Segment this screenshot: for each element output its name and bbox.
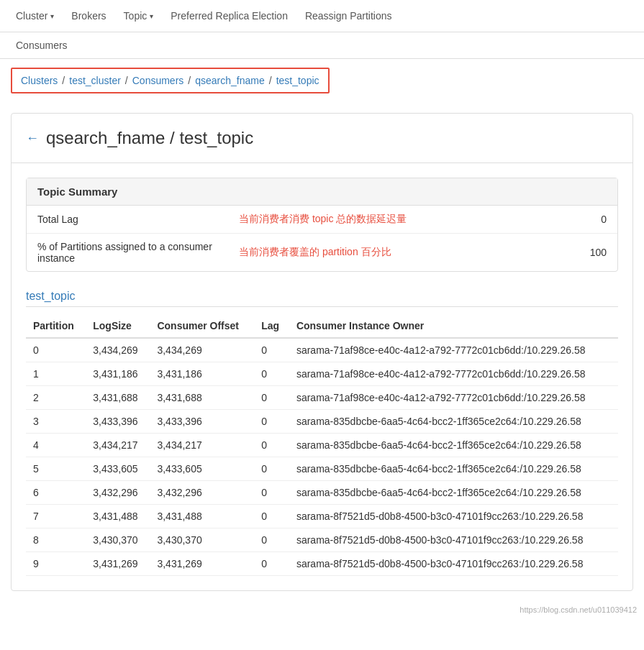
breadcrumb-qsearch-fname[interactable]: qsearch_fname [195,75,265,86]
breadcrumb-container: Clusters / test_cluster / Consumers / qs… [0,59,644,102]
cell-logsize: 3,431,488 [86,505,150,528]
breadcrumb-test-cluster[interactable]: test_cluster [69,75,121,86]
breadcrumb-clusters[interactable]: Clusters [21,75,58,86]
cluster-dropdown-arrow: ▾ [50,12,54,20]
breadcrumb: Clusters / test_cluster / Consumers / qs… [11,68,330,93]
table-row: 0 3,434,269 3,434,269 0 sarama-71af98ce-… [26,338,618,362]
nav-topic[interactable]: Topic ▾ [115,0,163,32]
cell-consumer-offset: 3,431,186 [150,362,254,386]
cell-lag: 0 [254,528,289,552]
table-row: 1 3,431,186 3,431,186 0 sarama-71af98ce-… [26,362,618,386]
col-header-lag: Lag [254,314,289,338]
nav-consumers[interactable]: Consumers [7,32,637,58]
cell-logsize: 3,431,269 [86,552,150,576]
topic-table-section: test_topic Partition LogSize Consumer Of… [26,286,618,576]
cell-lag: 0 [254,505,289,528]
nav-brokers[interactable]: Brokers [63,0,114,32]
cell-lag: 0 [254,434,289,457]
table-row: 4 3,434,217 3,434,217 0 sarama-835dbcbe-… [26,434,618,457]
cell-partition: 7 [26,505,86,528]
nav-preferred-replica-election[interactable]: Preferred Replica Election [162,0,296,32]
col-header-logsize: LogSize [86,314,150,338]
topic-name-header[interactable]: test_topic [26,286,618,307]
summary-value-total-lag: 0 [563,214,607,225]
cell-consumer-offset: 3,431,488 [150,505,254,528]
col-header-consumer-offset: Consumer Offset [150,314,254,338]
cell-owner: sarama-835dbcbe-6aa5-4c64-bcc2-1ff365ce2… [289,410,618,434]
nav-bar: Cluster ▾ Brokers Topic ▾ Preferred Repl… [0,0,644,32]
table-body: 0 3,434,269 3,434,269 0 sarama-71af98ce-… [26,338,618,576]
cell-logsize: 3,433,605 [86,457,150,481]
watermark: https://blog.csdn.net/u011039412 [0,602,644,618]
cell-logsize: 3,434,217 [86,434,150,457]
breadcrumb-test-topic[interactable]: test_topic [276,75,319,86]
summary-label-total-lag: Total Lag [37,214,239,225]
cell-owner: sarama-835dbcbe-6aa5-4c64-bcc2-1ff365ce2… [289,434,618,457]
table-row: 8 3,430,370 3,430,370 0 sarama-8f7521d5-… [26,528,618,552]
cell-owner: sarama-71af98ce-e40c-4a12-a792-7772c01cb… [289,362,618,386]
summary-row-partitions: % of Partitions assigned to a consumer i… [27,234,617,271]
cell-owner: sarama-8f7521d5-d0b8-4500-b3c0-47101f9cc… [289,528,618,552]
cell-partition: 6 [26,481,86,505]
cell-consumer-offset: 3,433,605 [150,457,254,481]
cell-partition: 5 [26,457,86,481]
page-title: qsearch_fname / test_topic [46,128,253,148]
cell-logsize: 3,434,269 [86,338,150,362]
cell-lag: 0 [254,338,289,362]
cell-lag: 0 [254,410,289,434]
cell-lag: 0 [254,457,289,481]
cell-partition: 1 [26,362,86,386]
summary-description-partitions: 当前消费者覆盖的 partition 百分比 [239,246,563,259]
table-row: 3 3,433,396 3,433,396 0 sarama-835dbcbe-… [26,410,618,434]
cell-logsize: 3,430,370 [86,528,150,552]
cell-logsize: 3,431,688 [86,386,150,410]
cell-logsize: 3,432,296 [86,481,150,505]
cell-consumer-offset: 3,433,396 [150,410,254,434]
summary-label-partitions: % of Partitions assigned to a consumer i… [37,241,239,264]
cell-owner: sarama-71af98ce-e40c-4a12-a792-7772c01cb… [289,386,618,410]
summary-description-total-lag: 当前消费者消费 topic 总的数据延迟量 [239,213,563,226]
cell-partition: 9 [26,552,86,576]
topic-dropdown-arrow: ▾ [150,12,153,20]
cell-owner: sarama-71af98ce-e40c-4a12-a792-7772c01cb… [289,338,618,362]
cell-consumer-offset: 3,434,269 [150,338,254,362]
cell-consumer-offset: 3,434,217 [150,434,254,457]
cell-owner: sarama-835dbcbe-6aa5-4c64-bcc2-1ff365ce2… [289,457,618,481]
partition-table: Partition LogSize Consumer Offset Lag Co… [26,314,618,576]
col-header-owner: Consumer Instance Owner [289,314,618,338]
cell-partition: 8 [26,528,86,552]
summary-row-total-lag: Total Lag 当前消费者消费 topic 总的数据延迟量 0 [27,206,617,234]
cell-lag: 0 [254,552,289,576]
cell-owner: sarama-8f7521d5-d0b8-4500-b3c0-47101f9cc… [289,552,618,576]
cell-owner: sarama-8f7521d5-d0b8-4500-b3c0-47101f9cc… [289,505,618,528]
cell-owner: sarama-835dbcbe-6aa5-4c64-bcc2-1ff365ce2… [289,481,618,505]
cell-partition: 0 [26,338,86,362]
breadcrumb-consumers[interactable]: Consumers [132,75,184,86]
cell-logsize: 3,433,396 [86,410,150,434]
summary-value-partitions: 100 [563,247,607,258]
nav-reassign-partitions[interactable]: Reassign Partitions [296,0,401,32]
table-header: Partition LogSize Consumer Offset Lag Co… [26,314,618,338]
main-content: ← qsearch_fname / test_topic Topic Summa… [11,113,633,591]
cell-consumer-offset: 3,431,688 [150,386,254,410]
cell-partition: 2 [26,386,86,410]
nav-cluster[interactable]: Cluster ▾ [7,0,63,32]
table-row: 9 3,431,269 3,431,269 0 sarama-8f7521d5-… [26,552,618,576]
cell-logsize: 3,431,186 [86,362,150,386]
nav-second-row: Consumers [0,32,644,59]
cell-consumer-offset: 3,432,296 [150,481,254,505]
cell-lag: 0 [254,386,289,410]
page-title-section: ← qsearch_fname / test_topic [12,114,632,163]
topic-summary-section: Topic Summary Total Lag 当前消费者消费 topic 总的… [26,178,618,272]
back-arrow[interactable]: ← [26,131,39,146]
cell-lag: 0 [254,481,289,505]
table-row: 5 3,433,605 3,433,605 0 sarama-835dbcbe-… [26,457,618,481]
cell-lag: 0 [254,362,289,386]
cell-partition: 3 [26,410,86,434]
cell-consumer-offset: 3,430,370 [150,528,254,552]
topic-summary-header: Topic Summary [27,178,617,206]
cell-partition: 4 [26,434,86,457]
table-row: 7 3,431,488 3,431,488 0 sarama-8f7521d5-… [26,505,618,528]
table-row: 2 3,431,688 3,431,688 0 sarama-71af98ce-… [26,386,618,410]
table-row: 6 3,432,296 3,432,296 0 sarama-835dbcbe-… [26,481,618,505]
